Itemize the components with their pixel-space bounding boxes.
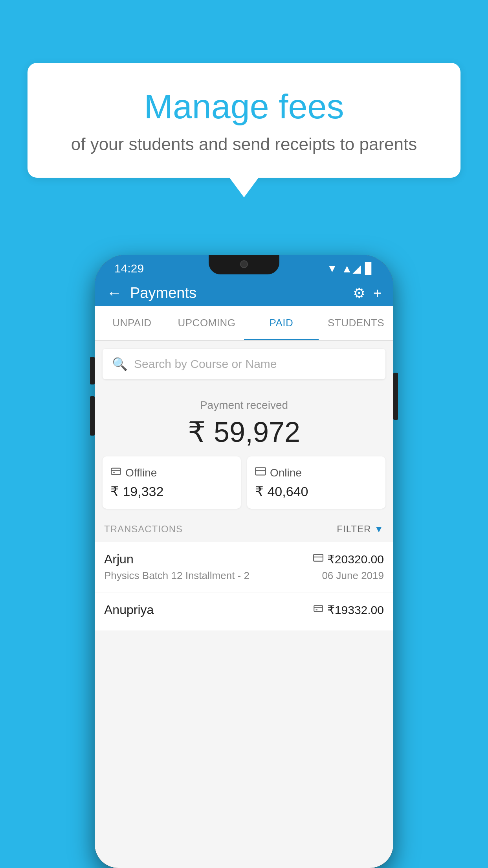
offline-card: Offline ₹ 19,332 bbox=[103, 456, 241, 509]
transaction-name: Anupriya bbox=[104, 603, 154, 617]
payment-cards: Offline ₹ 19,332 Online ₹ 4 bbox=[95, 456, 393, 517]
tab-upcoming[interactable]: UPCOMING bbox=[169, 306, 244, 340]
payment-received-amount: ₹ 59,972 bbox=[104, 416, 384, 449]
transaction-row[interactable]: Anupriya ₹19332.00 bbox=[95, 592, 393, 631]
filter-button[interactable]: FILTER ▼ bbox=[337, 524, 384, 535]
svg-rect-0 bbox=[111, 468, 120, 474]
transaction-type-icon bbox=[313, 553, 323, 566]
transactions-header: TRANSACTIONS FILTER ▼ bbox=[95, 517, 393, 542]
transaction-amount: ₹19332.00 bbox=[327, 603, 384, 617]
settings-button[interactable]: ⚙ bbox=[353, 285, 365, 302]
battery-icon: ▊ bbox=[365, 262, 374, 275]
power-button[interactable] bbox=[393, 373, 398, 420]
volume-down-button[interactable] bbox=[90, 396, 95, 436]
tabs-bar: UNPAID UPCOMING PAID STUDENTS bbox=[95, 306, 393, 341]
status-icons: ▼ ▲◢ ▊ bbox=[327, 262, 374, 275]
transaction-date: 06 June 2019 bbox=[322, 570, 384, 582]
search-bar[interactable]: 🔍 Search by Course or Name bbox=[103, 349, 385, 379]
transaction-amount-wrap: ₹20320.00 bbox=[313, 552, 384, 566]
phone-device: 14:29 ▼ ▲◢ ▊ ← Payments ⚙ + UNPAID UPC bbox=[95, 255, 393, 868]
svg-rect-3 bbox=[255, 468, 266, 475]
offline-icon bbox=[110, 466, 121, 480]
online-icon bbox=[255, 466, 266, 480]
online-amount: ₹ 40,640 bbox=[255, 484, 378, 499]
add-button[interactable]: + bbox=[373, 285, 382, 302]
transaction-row[interactable]: Arjun ₹20320.00 Physics Batch 12 Install… bbox=[95, 542, 393, 592]
payment-received-label: Payment received bbox=[104, 399, 384, 412]
tab-unpaid[interactable]: UNPAID bbox=[95, 306, 169, 340]
tab-paid[interactable]: PAID bbox=[244, 306, 319, 340]
transactions-label: TRANSACTIONS bbox=[104, 524, 183, 535]
speech-bubble-section: Manage fees of your students and send re… bbox=[28, 63, 460, 178]
volume-up-button[interactable] bbox=[90, 357, 95, 384]
bubble-title: Manage fees bbox=[59, 86, 429, 127]
online-card: Online ₹ 40,640 bbox=[247, 456, 385, 509]
transaction-type-icon bbox=[313, 603, 323, 616]
online-label: Online bbox=[270, 467, 302, 479]
front-camera bbox=[240, 260, 248, 268]
search-placeholder: Search by Course or Name bbox=[134, 357, 277, 371]
back-button[interactable]: ← bbox=[106, 284, 122, 302]
filter-label: FILTER bbox=[337, 524, 371, 535]
transaction-amount-wrap: ₹19332.00 bbox=[313, 603, 384, 617]
transaction-description: Physics Batch 12 Installment - 2 bbox=[104, 570, 250, 582]
speech-bubble: Manage fees of your students and send re… bbox=[28, 63, 460, 178]
phone-frame: 14:29 ▼ ▲◢ ▊ ← Payments ⚙ + UNPAID UPC bbox=[95, 255, 393, 868]
signal-icon: ▲◢ bbox=[341, 262, 361, 275]
svg-rect-5 bbox=[314, 554, 323, 561]
svg-rect-7 bbox=[314, 605, 323, 611]
transaction-amount: ₹20320.00 bbox=[327, 552, 384, 566]
tab-students[interactable]: STUDENTS bbox=[319, 306, 393, 340]
transaction-name: Arjun bbox=[104, 552, 134, 566]
screen-title: Payments bbox=[130, 285, 353, 302]
search-icon: 🔍 bbox=[112, 357, 128, 371]
wifi-icon: ▼ bbox=[327, 262, 338, 275]
filter-icon: ▼ bbox=[374, 524, 384, 535]
status-time: 14:29 bbox=[114, 262, 144, 275]
phone-notch bbox=[209, 255, 279, 274]
offline-label: Offline bbox=[125, 467, 157, 479]
app-screen: 14:29 ▼ ▲◢ ▊ ← Payments ⚙ + UNPAID UPC bbox=[95, 255, 393, 868]
top-actions: ⚙ + bbox=[353, 285, 382, 302]
payment-received-section: Payment received ₹ 59,972 bbox=[95, 387, 393, 456]
offline-amount: ₹ 19,332 bbox=[110, 484, 233, 499]
bubble-subtitle: of your students and send receipts to pa… bbox=[59, 134, 429, 154]
